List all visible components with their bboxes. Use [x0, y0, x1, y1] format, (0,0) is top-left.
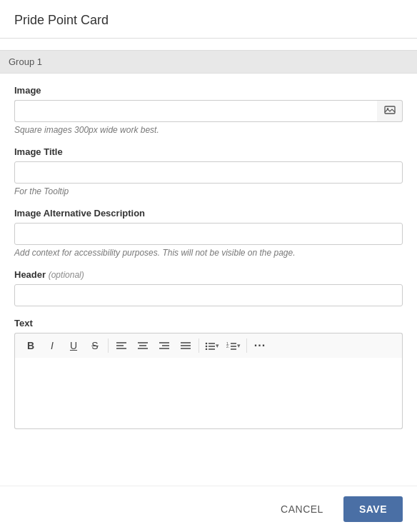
toolbar-separator-3 [246, 338, 247, 353]
image-alt-hint: Add context for accessibility purposes. … [14, 248, 403, 258]
content-area: Group 1 Image Squa [0, 39, 417, 486]
underline-button[interactable]: U [64, 336, 84, 355]
align-justify-button[interactable] [176, 336, 196, 355]
image-input-row [14, 100, 403, 122]
image-browse-icon [384, 105, 396, 117]
image-alt-input[interactable] [14, 223, 403, 245]
image-alt-field-group: Image Alternative Description Add contex… [14, 208, 403, 258]
image-hint: Square images 300px wide work best. [14, 125, 403, 135]
image-alt-label: Image Alternative Description [14, 208, 403, 219]
image-title-hint: For the Tooltip [14, 186, 403, 196]
group-label: Group 1 [9, 56, 42, 67]
bold-button[interactable]: B [21, 336, 41, 355]
page-container: Pride Point Card Group 1 Image [0, 0, 417, 532]
ordered-list-chevron: ▾ [237, 342, 241, 349]
italic-button[interactable]: I [42, 336, 62, 355]
image-title-input[interactable] [14, 161, 403, 184]
header-input[interactable] [14, 284, 403, 306]
page-header: Pride Point Card [0, 0, 417, 39]
text-editor-body[interactable] [14, 358, 403, 429]
svg-point-15 [206, 346, 208, 348]
image-title-field-group: Image Title For the Tooltip [14, 146, 403, 196]
cancel-button[interactable]: CANCEL [268, 496, 336, 522]
toolbar-separator-1 [108, 338, 109, 353]
header-optional-label: (optional) [49, 270, 84, 280]
image-title-label: Image Title [14, 146, 403, 157]
align-right-button[interactable] [154, 336, 174, 355]
image-input[interactable] [14, 100, 377, 122]
more-options-button[interactable]: ··· [250, 336, 270, 355]
ordered-list-button[interactable]: 1.2. ▾ [223, 336, 243, 355]
page-title: Pride Point Card [14, 13, 403, 28]
svg-point-16 [206, 348, 208, 350]
text-editor-toolbar: B I U S [14, 333, 403, 358]
image-field-group: Image Square images 300px wide work best [14, 85, 403, 135]
image-label: Image [14, 85, 403, 96]
header-label: Header (optional) [14, 269, 403, 280]
header-field-group: Header (optional) [14, 269, 403, 306]
group-header: Group 1 [0, 50, 417, 74]
image-browse-button[interactable] [377, 100, 403, 122]
text-field-group: Text B I U S [14, 318, 403, 429]
unordered-list-chevron: ▾ [216, 342, 219, 349]
svg-point-14 [206, 343, 208, 345]
footer-actions: CANCEL SAVE [0, 486, 417, 532]
toolbar-separator-2 [199, 338, 199, 353]
unordered-list-button[interactable]: ▾ [202, 336, 222, 355]
svg-rect-0 [385, 106, 395, 114]
save-button[interactable]: SAVE [343, 496, 403, 522]
svg-text:2.: 2. [226, 344, 229, 348]
text-label: Text [14, 318, 403, 328]
strikethrough-button[interactable]: S [85, 336, 105, 355]
align-left-button[interactable] [111, 336, 131, 355]
align-center-button[interactable] [133, 336, 153, 355]
image-input-wrapper [14, 100, 377, 122]
